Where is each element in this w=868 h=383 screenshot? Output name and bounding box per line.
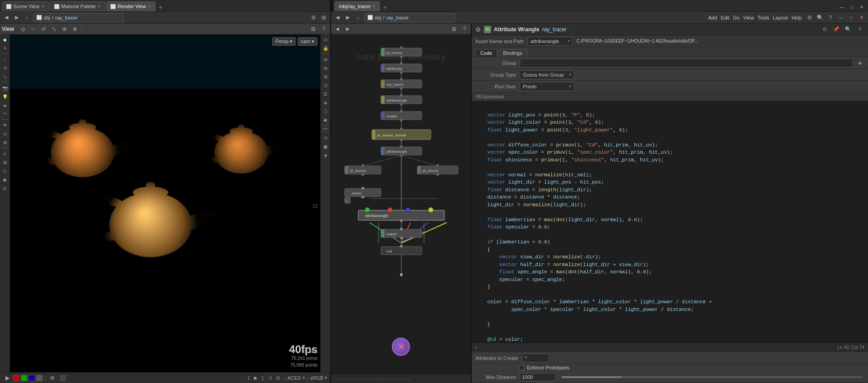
tool-select[interactable]: ◆ — [1, 35, 9, 44]
tab-node-editor[interactable]: /obj/ray_tracer ✕ — [335, 1, 380, 11]
persp-selector[interactable]: Persp ▾ — [272, 37, 296, 46]
nav-home-right[interactable]: ⌂ — [354, 13, 363, 22]
play-btn[interactable]: ▶ — [3, 373, 12, 383]
output-display-node[interactable]: ✕ — [392, 338, 410, 356]
viewport-help-icon[interactable]: ? — [319, 24, 328, 34]
right-tool-10[interactable]: ◉ — [322, 116, 330, 124]
tab-material-palette[interactable]: ⬜ Material Palette ✕ — [50, 1, 105, 11]
nav-home-left[interactable]: ⌂ — [23, 13, 32, 22]
run-over-dropdown[interactable]: Points ▾ — [520, 82, 574, 91]
node-nav-forward[interactable]: ▶ — [343, 24, 352, 34]
tab-scene-view[interactable]: ⬜ Scene View ✕ — [2, 1, 49, 11]
select-tool[interactable]: ◇ — [18, 24, 27, 34]
move-tool[interactable]: ↔ — [29, 24, 38, 34]
pin-icon[interactable]: 📌 — [832, 25, 841, 34]
menu-help[interactable]: Help — [791, 15, 802, 20]
right-tool-1[interactable]: ⊙ — [322, 35, 330, 44]
right-tool-7[interactable]: ☰ — [322, 90, 330, 98]
max-distance-input[interactable] — [520, 373, 556, 381]
tab-render-view[interactable]: ⬜ Render View ✕ — [106, 1, 156, 11]
splitter-handle[interactable] — [475, 347, 477, 349]
attr-gear-icon[interactable]: ⚙ — [475, 26, 481, 33]
address-bar-right[interactable]: ⬜ obj / ray_tracer — [364, 13, 455, 22]
aces-dropdown[interactable]: ▾ — [302, 375, 305, 381]
right-tool-3[interactable]: ⊕ — [322, 55, 330, 63]
tool-magnet[interactable]: ⊙ — [1, 130, 9, 138]
tool-snap[interactable]: ⊞ — [1, 138, 9, 146]
tool-scale[interactable]: ⤡ — [1, 73, 9, 81]
menu-go[interactable]: Go — [733, 15, 740, 20]
right-tool-6[interactable]: ⊡ — [322, 81, 330, 89]
color-swatch-gray[interactable] — [36, 375, 43, 381]
nav-back-right[interactable]: ◀ — [333, 13, 342, 22]
tab-scene-view-close[interactable]: ✕ — [41, 4, 45, 9]
nav-forward-left[interactable]: ▶ — [12, 13, 21, 22]
tool-extra5[interactable]: ◎ — [1, 184, 9, 192]
handle-tool[interactable]: ⊗ — [70, 24, 79, 34]
help-icon-right[interactable]: ? — [826, 13, 835, 22]
cache-icon[interactable]: ⊙ — [273, 373, 283, 383]
tool-light[interactable]: 💡 — [1, 92, 9, 101]
tool-paint[interactable]: ✎ — [1, 44, 9, 52]
transform-tool[interactable]: ⊕ — [60, 24, 69, 34]
menu-view[interactable]: View — [743, 15, 754, 20]
search-panel-icon[interactable]: 🔍 — [844, 25, 853, 34]
group-type-dropdown[interactable]: Guess from Group ▾ — [520, 70, 574, 79]
display-settings-icon[interactable]: ⬛ — [58, 373, 67, 383]
tab-bindings[interactable]: Bindings — [498, 49, 527, 57]
vex-code-editor[interactable]: vector light_pos = point(3, "P", 0); vec… — [472, 101, 868, 343]
nav-forward-right[interactable]: ▶ — [343, 13, 352, 22]
frame-input-group[interactable]: ▶ 1 — [251, 373, 264, 383]
address-bar-left[interactable]: ⬜ obj / ray_tracer — [33, 13, 124, 22]
viewport-canvas[interactable] — [10, 34, 320, 372]
tool-extra3[interactable]: ⬡ — [1, 167, 9, 175]
window-close[interactable]: ✕ — [857, 2, 866, 11]
nav-back-left[interactable]: ◀ — [2, 13, 11, 22]
scale-tool[interactable]: ⤡ — [49, 24, 59, 34]
play-icon[interactable]: ▶ — [251, 373, 260, 383]
layout-options-left[interactable]: ⊞ — [319, 13, 328, 22]
sync-icon[interactable]: ⊙ — [820, 25, 829, 34]
right-tool-8[interactable]: ◈ — [322, 98, 330, 107]
tool-extra4[interactable]: ◉ — [1, 175, 9, 184]
group-input[interactable] — [520, 58, 853, 68]
tool-extra1[interactable]: ≡ — [1, 150, 9, 158]
node-options[interactable]: ⊞ — [449, 24, 458, 34]
view-options-right[interactable]: ⚙ — [805, 13, 814, 22]
right-tool-13[interactable]: ◈ — [322, 151, 330, 159]
tool-geo[interactable]: ◈ — [1, 101, 9, 109]
window-maximize-right[interactable]: □ — [847, 13, 856, 22]
color-swatch-red[interactable] — [13, 375, 20, 381]
view-options-left[interactable]: ⚙ — [309, 13, 318, 22]
enforce-checkbox[interactable] — [519, 365, 524, 370]
node-help[interactable]: ? — [460, 24, 469, 34]
menu-add[interactable]: Add — [708, 15, 717, 20]
tab-code[interactable]: Code — [475, 49, 497, 57]
tool-rotate[interactable]: ↺ — [1, 64, 9, 72]
color-swatch-green[interactable] — [21, 375, 27, 381]
cam-selector[interactable]: cam ▾ — [297, 37, 317, 46]
right-tool-5[interactable]: ⊞ — [322, 73, 330, 81]
menu-layout[interactable]: Layout — [773, 15, 788, 20]
right-tool-12[interactable]: ▣ — [322, 142, 330, 150]
render-settings-icon[interactable]: ⚙ — [48, 373, 57, 383]
asset-dropdown[interactable]: attribwrangle ▾ — [527, 37, 573, 46]
search-icon[interactable]: 🔍 — [815, 13, 824, 22]
tab-material-palette-close[interactable]: ✕ — [98, 4, 101, 9]
menu-edit[interactable]: Edit — [721, 15, 729, 20]
tool-curve[interactable]: 〜 — [1, 110, 9, 118]
tool-camera[interactable]: 📷 — [1, 84, 9, 92]
window-maximize[interactable]: □ — [847, 2, 856, 11]
right-tool-11[interactable]: ⊙ — [322, 134, 330, 142]
tool-move[interactable]: ↕ — [1, 55, 9, 63]
menu-tools[interactable]: Tools — [758, 15, 770, 20]
window-minimize-right[interactable]: — — [836, 13, 845, 22]
group-arrow[interactable]: ▶ — [857, 59, 864, 67]
rotate-tool[interactable]: ↺ — [39, 24, 48, 34]
right-tool-4[interactable]: ⊗ — [322, 64, 330, 72]
node-nav-back[interactable]: ◀ — [333, 24, 342, 34]
help-panel-icon[interactable]: ? — [855, 25, 864, 34]
window-minimize[interactable]: — — [837, 2, 846, 11]
tab-render-view-close[interactable]: ✕ — [148, 4, 151, 9]
attributes-input[interactable] — [522, 354, 549, 363]
